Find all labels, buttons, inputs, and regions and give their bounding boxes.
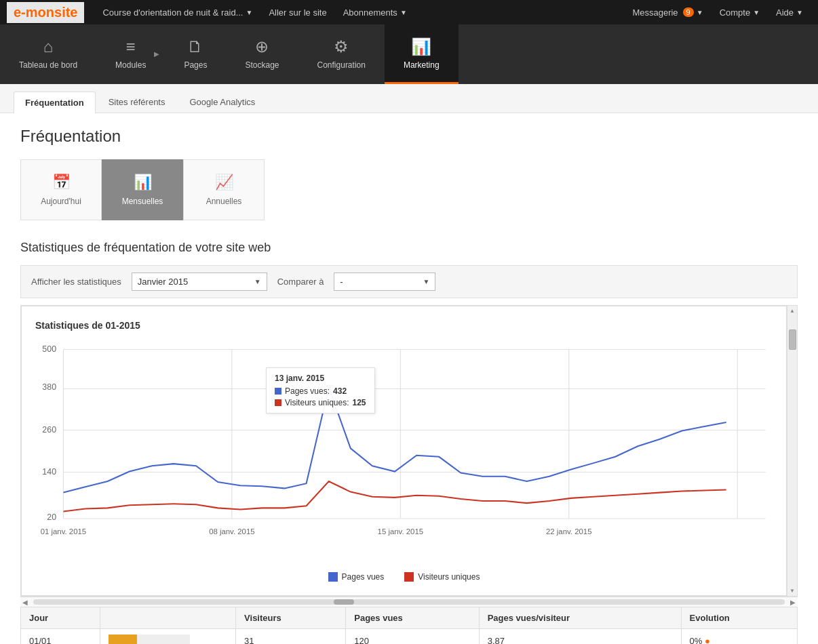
col-evolution: Evolution (681, 607, 797, 629)
col-bar (100, 607, 236, 629)
subscriptions-nav[interactable]: Abonnements ▼ (335, 0, 415, 24)
subscriptions-chevron-icon: ▼ (400, 9, 407, 16)
period-btn-aujourd-hui[interactable]: 📅 Aujourd'hui (20, 159, 102, 220)
tab-google-analytics[interactable]: Google Analytics (178, 91, 267, 113)
stats-title: Statistiques de fréquentation de votre s… (20, 241, 798, 255)
legend-visitors: Visiteurs uniques (404, 572, 480, 582)
help-chevron-icon: ▼ (796, 9, 803, 16)
compare-select[interactable]: - ▼ (334, 273, 435, 291)
pages-icon: 🗋 (187, 37, 203, 56)
chart-peak-dot (326, 384, 332, 390)
col-jour: Jour (21, 607, 100, 629)
month-select-box[interactable]: Janvier 2015 ▼ (132, 273, 267, 291)
yearly-icon: 📈 (215, 174, 233, 191)
col-pages: Pages vues (346, 607, 479, 629)
top-navigation: e-monsite Course d'orientation de nuit &… (0, 0, 818, 24)
svg-text:01 janv. 2015: 01 janv. 2015 (41, 527, 86, 536)
today-icon: 📅 (52, 174, 71, 191)
svg-text:08 janv. 2015: 08 janv. 2015 (209, 527, 254, 536)
evolution-icon: ● (705, 636, 710, 644)
svg-text:500: 500 (42, 344, 56, 354)
nav-configuration[interactable]: ⚙ Configuration (298, 24, 385, 84)
modules-icon: ≡ (126, 37, 136, 56)
nav-modules[interactable]: ≡ Modules ▶ (96, 24, 165, 84)
logo-brand: monsite (26, 5, 78, 20)
logo-prefix: e- (14, 5, 26, 20)
page-title: Fréquentation (20, 127, 798, 146)
stockage-icon: ⊕ (255, 37, 269, 56)
nav-stockage[interactable]: ⊕ Stockage (226, 24, 298, 84)
modules-arrow-icon: ▶ (154, 49, 159, 57)
configuration-icon: ⚙ (334, 37, 349, 56)
home-icon: ⌂ (43, 37, 54, 56)
cell-evolution: 0% ● (681, 629, 797, 644)
month-select-value: Janvier 2015 (138, 277, 188, 287)
chart-scrollbar-vertical[interactable]: ▲ ▼ (787, 306, 797, 596)
messages-badge: 9 (683, 7, 694, 17)
svg-text:140: 140 (42, 467, 56, 477)
tab-sites-referents[interactable]: Sites référents (97, 91, 177, 113)
legend-visitors-icon (404, 572, 414, 582)
period-btn-mensuelles[interactable]: 📊 Mensuelles (102, 159, 183, 220)
visit-site-link[interactable]: Aller sur le site (260, 0, 334, 24)
progress-bar-container (109, 635, 190, 644)
scroll-left-arrow-icon[interactable]: ◀ (20, 599, 30, 606)
nav-marketing[interactable]: 📊 Marketing (385, 24, 459, 84)
filter-bar: Afficher les statistiques Janvier 2015 ▼… (20, 265, 798, 298)
chart-wrapper: Statistiques de 01-2015 500 380 260 140 … (20, 305, 798, 597)
nav-stockage-label: Stockage (245, 60, 279, 70)
cell-visitors: 31 (236, 629, 346, 644)
compare-select-box[interactable]: - ▼ (334, 273, 435, 291)
messages-nav[interactable]: Messagerie 9 ▼ (624, 0, 711, 24)
legend-pages: Pages vues (328, 572, 385, 582)
scrollbar-track (33, 599, 785, 605)
chart-scrollbar-horizontal[interactable]: ◀ ▶ (20, 597, 798, 607)
chart-title: Statistiques de 01-2015 (35, 320, 773, 331)
help-nav[interactable]: Aide ▼ (768, 0, 811, 24)
cell-bar (100, 629, 236, 644)
legend-pages-label: Pages vues (342, 572, 385, 582)
compare-label: Comparer à (277, 277, 324, 287)
filter-label: Afficher les statistiques (31, 277, 121, 287)
data-table: Jour Visiteurs Pages vues Pages vues/vis… (20, 607, 798, 644)
period-btn-annuelles[interactable]: 📈 Annuelles (183, 159, 265, 220)
chart-container: Statistiques de 01-2015 500 380 260 140 … (21, 306, 787, 596)
nav-tableau-bord[interactable]: ⌂ Tableau de bord (0, 24, 96, 84)
monthly-icon: 📊 (134, 174, 152, 191)
month-select-arrow-icon: ▼ (254, 278, 261, 285)
period-buttons: 📅 Aujourd'hui 📊 Mensuelles 📈 Annuelles (20, 159, 798, 220)
logo[interactable]: e-monsite (7, 2, 84, 23)
legend-visitors-label: Visiteurs uniques (418, 572, 480, 582)
tab-frequentation[interactable]: Fréquentation (14, 92, 96, 113)
scrollbar-thumb[interactable] (334, 599, 354, 605)
table-row: 01/01 31 120 3.87 0% ● (21, 629, 798, 644)
svg-text:380: 380 (42, 382, 56, 392)
top-nav-left: e-monsite Course d'orientation de nuit &… (7, 0, 415, 24)
content-wrapper: Fréquentation Sites référents Google Ana… (0, 84, 818, 644)
main-navigation: ⌂ Tableau de bord ≡ Modules ▶ 🗋 Pages ⊕ … (0, 24, 818, 84)
account-nav[interactable]: Compte ▼ (712, 0, 768, 24)
account-chevron-icon: ▼ (753, 9, 760, 16)
chart-svg: 500 380 260 140 20 (35, 341, 773, 565)
cell-day: 01/01 (21, 629, 100, 644)
compare-select-value: - (340, 277, 343, 287)
nav-pages[interactable]: 🗋 Pages (165, 24, 226, 84)
scroll-thumb[interactable] (789, 329, 796, 350)
cell-ratio: 3.87 (479, 629, 681, 644)
col-ratio: Pages vues/visiteur (479, 607, 681, 629)
top-nav-right: Messagerie 9 ▼ Compte ▼ Aide ▼ (624, 0, 811, 24)
chart-legend: Pages vues Visiteurs uniques (35, 572, 773, 582)
scroll-down-arrow-icon[interactable]: ▼ (787, 586, 797, 596)
compare-select-arrow-icon: ▼ (423, 278, 429, 285)
scroll-up-arrow-icon[interactable]: ▲ (787, 306, 797, 316)
table-header-row: Jour Visiteurs Pages vues Pages vues/vis… (21, 607, 798, 629)
marketing-icon: 📊 (411, 37, 431, 56)
legend-pages-icon (328, 572, 338, 582)
svg-text:260: 260 (42, 425, 56, 435)
nav-tableau-bord-label: Tableau de bord (19, 60, 77, 70)
tabs-bar: Fréquentation Sites référents Google Ana… (0, 84, 818, 113)
svg-text:20: 20 (47, 512, 56, 522)
scroll-right-arrow-icon[interactable]: ▶ (788, 599, 798, 606)
filter-select[interactable]: Janvier 2015 ▼ (132, 273, 267, 291)
site-name-nav[interactable]: Course d'orientation de nuit & raid... ▼ (94, 0, 260, 24)
